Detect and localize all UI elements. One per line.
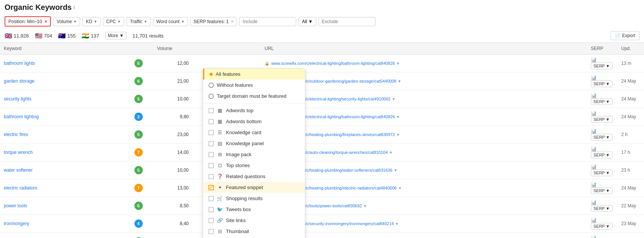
serp-btn-caret: ▼ xyxy=(606,188,610,193)
dropdown-feature-item[interactable]: ⊡ Top stories xyxy=(203,160,305,171)
upd-cell: 13 m xyxy=(617,55,644,72)
upd-cell: 24 May xyxy=(617,179,644,197)
serp-button[interactable]: SERP ▼ xyxy=(591,205,612,212)
url-link[interactable]: www.screwfix.com/c/electrical-lighting/b… xyxy=(271,61,395,66)
serp-button[interactable]: SERP ▼ xyxy=(591,134,612,141)
kd-filter[interactable]: KD ▼ xyxy=(82,17,101,26)
serp-button[interactable]: SERP ▼ xyxy=(591,98,612,105)
target-domain-option[interactable]: Target domain must be featured xyxy=(203,91,305,102)
feature-label: Featured snippet xyxy=(226,185,263,190)
us-flag: 🇺🇸 xyxy=(35,32,43,39)
dropdown-feature-item[interactable]: ✓ ✦ Featured snippet xyxy=(203,182,305,193)
keyword-link[interactable]: garden storage xyxy=(4,78,35,84)
position-close-icon[interactable]: × xyxy=(44,19,47,24)
dropdown-feature-item[interactable]: ❓ Related questions xyxy=(203,171,305,182)
keyword-link[interactable]: bathroom lighting xyxy=(4,114,39,119)
chart-icon[interactable]: 📊 xyxy=(591,146,597,152)
serp-button[interactable]: SERP ▼ xyxy=(591,223,612,230)
chart-icon[interactable]: 📊 xyxy=(591,235,597,238)
serp-dropdown: All features Without features Target dom… xyxy=(203,68,305,238)
table-row: electric radiators 7 13,00 🔒 www.screwfi… xyxy=(0,179,644,197)
checkbox-checked: ✓ xyxy=(208,185,214,190)
volume-filter[interactable]: Volume ▼ xyxy=(53,17,80,26)
keyword-link[interactable]: power tools xyxy=(4,203,27,208)
dropdown-feature-item[interactable]: 🔗 Site links xyxy=(203,215,305,226)
chart-icon[interactable]: 📊 xyxy=(591,75,597,80)
all-button[interactable]: All ▼ xyxy=(298,17,316,26)
dropdown-feature-item[interactable]: ▦ Adwords top xyxy=(203,105,305,116)
au-flag: 🇦🇺 xyxy=(58,32,66,39)
more-button[interactable]: More ▼ xyxy=(105,32,126,39)
feature-icon: ☰ xyxy=(217,130,223,135)
chart-icon[interactable]: 📊 xyxy=(591,200,597,205)
url-arrow-icon: ▼ xyxy=(394,168,398,172)
feature-icon: 🛒 xyxy=(217,196,223,201)
keyword-link[interactable]: bathroom lights xyxy=(4,61,35,66)
serp-filter[interactable]: SERP features: 1 × xyxy=(190,17,237,26)
chart-icon[interactable]: 📊 xyxy=(591,93,597,98)
serp-button[interactable]: SERP ▼ xyxy=(591,169,612,176)
keyword-link[interactable]: electric radiators xyxy=(4,185,37,191)
serp-btn-caret: ▼ xyxy=(606,224,610,229)
keyword-link[interactable]: water softener xyxy=(4,168,33,173)
dropdown-feature-item[interactable]: ☰ Knowledge card xyxy=(203,127,305,138)
dropdown-feature-item[interactable]: ⊞ Image pack xyxy=(203,149,305,160)
serp-cell: 📊 SERP ▼ xyxy=(587,197,617,215)
keyword-link[interactable]: torque wrench xyxy=(4,150,33,155)
chart-icon[interactable]: 📊 xyxy=(591,57,597,63)
traffic-filter[interactable]: Traffic ▼ xyxy=(126,17,151,26)
col-kd xyxy=(193,43,208,55)
serp-button[interactable]: SERP ▼ xyxy=(591,80,612,87)
info-icon[interactable]: i xyxy=(74,5,75,10)
all-features-option[interactable]: All features xyxy=(203,69,305,80)
dropdown-divider xyxy=(203,103,305,103)
chart-icon[interactable]: 📊 xyxy=(591,111,597,116)
keyword-link[interactable]: ironmongery xyxy=(4,221,29,226)
url-cell: 🔒 www.screwfix.com/c/security-ironmonger… xyxy=(261,215,587,233)
serp-btn-caret: ▼ xyxy=(606,135,610,139)
url-cell: 🔒 www.screwfix.com/c/heating-plumbing/co… xyxy=(261,233,587,238)
chart-icon[interactable]: 📊 xyxy=(591,164,597,169)
col-volume[interactable]: Volume xyxy=(153,43,193,55)
table-header-row: Keyword Volume URL SERP Upd. xyxy=(0,43,644,55)
serp-cell: 📊 SERP ▼ xyxy=(587,126,617,144)
kd-caret-icon: ▼ xyxy=(94,20,97,23)
col-serp[interactable]: SERP xyxy=(587,43,617,55)
keyword-link[interactable]: electric fires xyxy=(4,132,28,137)
col-upd[interactable]: Upd. xyxy=(617,43,644,55)
serp-button[interactable]: SERP ▼ xyxy=(591,187,612,194)
upd-cell: 23 May xyxy=(617,215,644,233)
serp-close-icon[interactable]: × xyxy=(231,19,234,24)
volume-cell: 8,40 xyxy=(153,215,193,233)
dropdown-feature-item[interactable]: 🐦 Tweets box xyxy=(203,204,305,215)
exclude-input[interactable] xyxy=(319,17,376,26)
dropdown-feature-item[interactable]: 🛒 Shopping results xyxy=(203,193,305,204)
dropdown-feature-item[interactable]: ▤ Knowledge panel xyxy=(203,138,305,149)
keyword-link[interactable]: security lights xyxy=(4,96,32,102)
uk-stat: 🇬🇧 11,928 xyxy=(5,32,29,39)
url-arrow-icon: ▼ xyxy=(396,115,400,119)
serp-button[interactable]: SERP ▼ xyxy=(591,63,612,69)
serp-button[interactable]: SERP ▼ xyxy=(591,152,612,158)
volume-cell: 23,00 xyxy=(153,126,193,144)
include-input[interactable] xyxy=(239,17,296,26)
without-features-option[interactable]: Without features xyxy=(203,80,305,91)
serp-button[interactable]: SERP ▼ xyxy=(591,116,612,123)
chart-icon[interactable]: 📊 xyxy=(591,182,597,187)
col-cpc xyxy=(208,43,227,55)
chart-icon[interactable]: 📊 xyxy=(591,218,597,223)
feature-icon: ▤ xyxy=(217,141,223,146)
dropdown-feature-item[interactable]: ▦ Adwords bottom xyxy=(203,116,305,127)
volume-cell: 13,00 xyxy=(153,179,193,197)
wordcount-filter[interactable]: Word count ▼ xyxy=(153,17,188,26)
col-url[interactable]: URL xyxy=(261,43,587,55)
cpc-filter[interactable]: CPC ▼ xyxy=(103,17,124,26)
keyword-cell: copper pipe xyxy=(0,233,131,238)
dropdown-feature-item[interactable]: ⊟ Thumbnail xyxy=(203,226,305,237)
table-row: electric fires 5 23,00 🔒 www.screwfix.co… xyxy=(0,126,644,144)
col-keyword[interactable]: Keyword xyxy=(0,43,131,55)
chart-icon[interactable]: 📊 xyxy=(591,128,597,134)
export-button[interactable]: 📄 Export xyxy=(611,31,639,40)
position-filter[interactable]: Position: Min–10 × xyxy=(5,16,51,27)
volume-cell: 10,00 xyxy=(153,90,193,108)
